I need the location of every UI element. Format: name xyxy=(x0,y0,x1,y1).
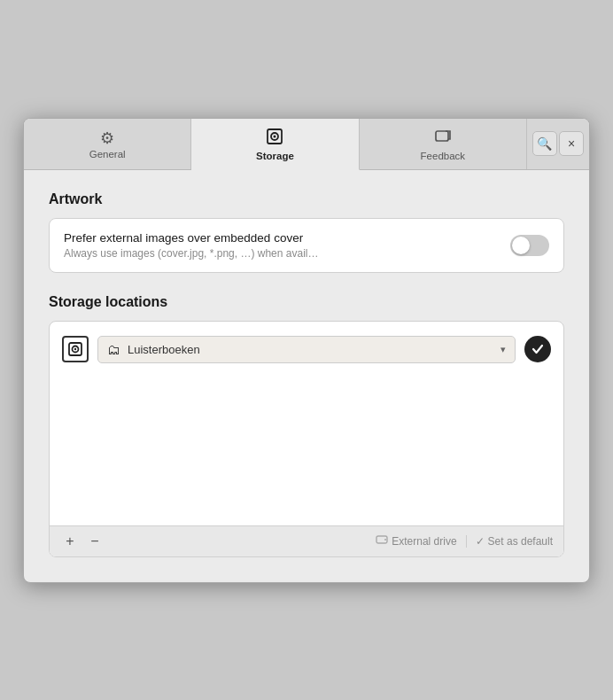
svg-point-6 xyxy=(74,348,76,350)
folder-icon: 🗂 xyxy=(107,342,120,357)
content-area: Artwork Prefer external images over embe… xyxy=(24,170,589,582)
dropdown-arrow-icon: ▾ xyxy=(500,344,506,355)
set-default-check-icon: ✓ xyxy=(476,535,485,548)
external-drive-label: External drive xyxy=(392,535,456,548)
storage-item: 🗂 Luisterboeken ▾ xyxy=(60,332,553,367)
storage-location-name: Luisterboeken xyxy=(128,343,497,356)
tab-actions: 🔍 × xyxy=(527,119,589,169)
artwork-card: Prefer external images over embedded cov… xyxy=(49,218,564,273)
set-default-action[interactable]: ✓ Set as default xyxy=(476,535,553,548)
storage-location-dropdown[interactable]: 🗂 Luisterboeken ▾ xyxy=(97,336,516,363)
general-icon: ⚙ xyxy=(100,130,114,146)
feedback-icon xyxy=(434,128,452,148)
artwork-section-title: Artwork xyxy=(49,191,564,207)
storage-icon xyxy=(266,128,283,148)
tab-general-label: General xyxy=(89,149,126,159)
tab-general[interactable]: ⚙ General xyxy=(24,119,191,169)
toggle-knob xyxy=(512,237,530,254)
tab-bar: ⚙ General Storage Feedback xyxy=(24,119,589,170)
tab-feedback[interactable]: Feedback xyxy=(360,119,527,169)
tab-storage[interactable]: Storage xyxy=(191,119,359,170)
toolbar-divider xyxy=(466,535,467,548)
external-drive-icon xyxy=(376,533,388,548)
storage-item-icon xyxy=(62,336,89,362)
storage-item-check xyxy=(524,336,551,362)
storage-card: 🗂 Luisterboeken ▾ + − xyxy=(49,321,564,557)
svg-rect-3 xyxy=(436,131,448,141)
storage-list: 🗂 Luisterboeken ▾ xyxy=(50,322,563,525)
svg-point-8 xyxy=(384,539,386,541)
artwork-text: Prefer external images over embedded cov… xyxy=(64,231,510,260)
search-button[interactable]: 🔍 xyxy=(532,131,557,156)
storage-toolbar: + − External drive ✓ Set as default xyxy=(50,525,563,556)
set-default-label: Set as default xyxy=(488,535,553,548)
settings-window: ⚙ General Storage Feedback xyxy=(23,118,590,583)
tab-storage-label: Storage xyxy=(256,151,294,161)
close-button[interactable]: × xyxy=(559,131,584,156)
storage-section-title: Storage locations xyxy=(49,294,564,310)
add-location-button[interactable]: + xyxy=(60,532,80,551)
artwork-toggle[interactable] xyxy=(510,235,549,256)
external-drive-action[interactable]: External drive xyxy=(376,533,456,548)
artwork-main-label: Prefer external images over embedded cov… xyxy=(64,231,500,245)
tab-feedback-label: Feedback xyxy=(421,151,466,161)
artwork-sub-label: Always use images (cover.jpg, *.png, …) … xyxy=(64,247,500,260)
svg-point-2 xyxy=(274,136,276,138)
remove-location-button[interactable]: − xyxy=(85,532,105,551)
